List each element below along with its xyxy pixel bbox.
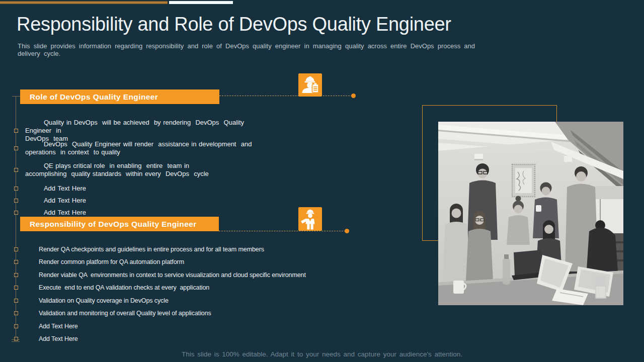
slide-subtitle: This slide provides information regardin… — [18, 42, 501, 57]
slide-canvas: Responsibility and Role of DevOps Qualit… — [0, 0, 644, 362]
square-bullet-icon — [14, 324, 18, 328]
team-photo — [438, 122, 623, 305]
top-accent-bar-gold — [0, 1, 168, 4]
square-bullet-icon — [14, 311, 18, 315]
connector-dot — [351, 94, 356, 98]
connector-end-tick — [12, 341, 20, 342]
square-bullet-icon — [14, 299, 18, 303]
square-bullet-icon — [14, 168, 18, 172]
top-accent-bar-white — [169, 1, 233, 4]
footer-note: This slide is 100% editable. Adapt it to… — [0, 350, 644, 358]
square-bullet-icon — [14, 286, 18, 290]
connector-dot — [345, 229, 349, 233]
section-header-responsibility: Responsibility of DevOps Quality Enginee… — [20, 217, 219, 231]
square-bullet-icon — [14, 337, 18, 341]
square-bullet-icon — [14, 273, 18, 277]
slide-title: Responsibility and Role of DevOps Qualit… — [17, 14, 451, 35]
square-bullet-icon — [14, 129, 18, 133]
square-bullet-icon — [14, 199, 18, 203]
square-bullet-icon — [14, 187, 18, 191]
square-bullet-icon — [14, 211, 18, 215]
square-bullet-icon — [14, 247, 18, 251]
list-item: Add Text Here — [25, 328, 78, 349]
square-bullet-icon — [14, 146, 18, 150]
connector-top-tick — [12, 96, 20, 97]
dashed-connector-line — [219, 231, 346, 231]
section-header-role: Role of DevOps Quality Engineer — [20, 89, 219, 104]
standing-engineer-icon — [298, 207, 322, 231]
square-bullet-icon — [14, 260, 18, 264]
engineer-with-clipboard-icon — [298, 73, 322, 97]
dashed-connector-line — [219, 96, 352, 96]
